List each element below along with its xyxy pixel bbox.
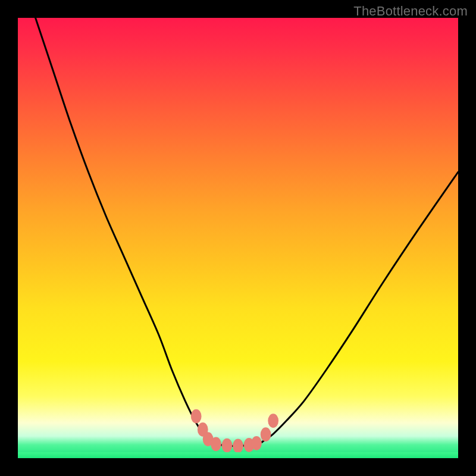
valley-marker <box>233 439 243 453</box>
valley-marker <box>222 439 233 453</box>
curve-path <box>36 18 458 446</box>
valley-marker <box>211 437 221 451</box>
valley-markers <box>191 409 278 453</box>
plot-area <box>18 18 458 458</box>
valley-marker <box>251 436 262 450</box>
bottleneck-curve <box>18 18 458 458</box>
valley-marker <box>268 414 278 428</box>
chart-frame: TheBottleneck.com <box>0 0 476 476</box>
valley-marker <box>191 409 202 424</box>
bottom-green-band <box>18 452 458 458</box>
valley-marker <box>261 427 271 441</box>
watermark-text: TheBottleneck.com <box>353 4 468 19</box>
